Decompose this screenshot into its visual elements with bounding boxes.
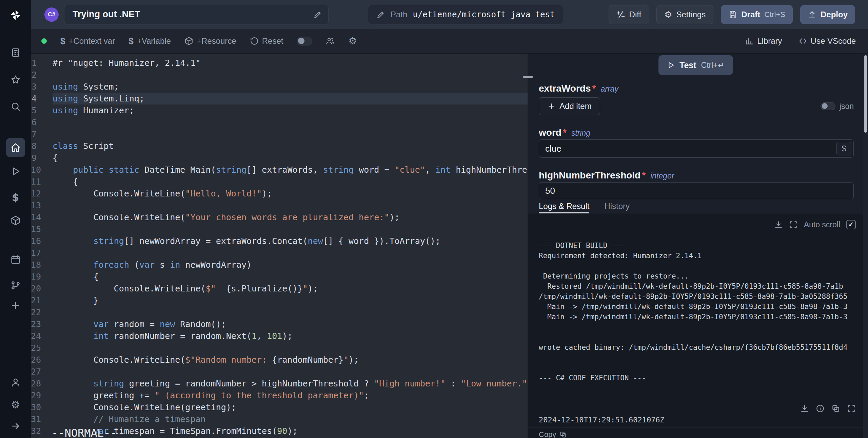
code-line[interactable]: 29 greeting += " (according to the thres… [31, 389, 528, 401]
auto-scroll-checkbox[interactable]: ✓ [846, 220, 856, 229]
code-lines: 1#r "nuget: Humanizer, 2.14.1"23using Sy… [31, 57, 528, 437]
multiplayer-users-icon[interactable] [326, 37, 335, 45]
settings-label: Settings [676, 10, 706, 19]
variables-dollar-icon[interactable]: $ [6, 192, 25, 203]
code-line[interactable]: 17 [31, 247, 528, 259]
dollar-icon: $ [60, 36, 65, 46]
edit-title-pencil-icon[interactable] [313, 10, 322, 19]
flows-branch-icon[interactable] [6, 280, 25, 291]
play-icon [667, 61, 675, 69]
favorites-star-icon[interactable] [6, 74, 25, 85]
code-editor[interactable]: 1#r "nuget: Humanizer, 2.14.1"23using Sy… [31, 54, 528, 438]
code-line[interactable]: 19 { [31, 271, 528, 283]
threshold-input-wrapper [539, 182, 854, 199]
scrollbar-thumb[interactable] [864, 55, 867, 133]
editor-settings-gear-icon[interactable]: ⚙ [348, 36, 357, 46]
collapse-arrow-icon[interactable] [6, 420, 25, 432]
word-input[interactable] [539, 144, 853, 154]
log-line: /tmp/windmill/wk-default-89p2b-I0Y5P/019… [539, 291, 863, 302]
insert-variable-dollar-button[interactable]: $ [836, 142, 851, 155]
add-item-button[interactable]: Add item [539, 97, 600, 115]
code-line[interactable]: 16 string[] newWordArray = extraWords.Co… [31, 235, 528, 247]
code-line[interactable]: 4using System.Linq; [31, 93, 528, 104]
add-variable-button[interactable]: $ +Variable [129, 36, 171, 46]
draft-shortcut: Ctrl+S [764, 10, 785, 19]
add-context-var-button[interactable]: $ +Context var [60, 36, 115, 46]
fullscreen-result-icon[interactable] [847, 404, 856, 413]
download-result-icon[interactable] [800, 404, 809, 413]
settings-gear-icon[interactable]: ⚙ [6, 399, 25, 411]
windmill-logo-icon[interactable] [8, 7, 23, 22]
code-line[interactable]: 28 string greeting = randomNumber > high… [31, 378, 528, 389]
script-path-chip[interactable]: Path u/etienne/microsoft_java_test [368, 5, 563, 24]
expand-logs-icon[interactable] [789, 220, 798, 229]
auto-scroll-label: Auto scroll [804, 220, 840, 230]
code-line[interactable]: 18 foreach (var s in newWordArray) [31, 259, 528, 271]
info-icon[interactable] [816, 404, 825, 413]
code-line[interactable]: 20 Console.WriteLine($" {s.Pluralize()}"… [31, 283, 528, 294]
code-line[interactable]: 30 Console.WriteLine(greeting); [31, 401, 528, 413]
code-line[interactable]: 2 [31, 69, 528, 81]
use-vscode-button[interactable]: Use VScode [798, 36, 856, 46]
diff-button[interactable]: Diff [609, 5, 649, 24]
resources-package-icon[interactable] [6, 215, 25, 226]
settings-button[interactable]: ⚙ Settings [656, 5, 713, 24]
code-line[interactable]: 5using Humanizer; [31, 104, 528, 116]
code-line[interactable]: 27 [31, 366, 528, 378]
tab-history[interactable]: History [604, 199, 630, 213]
library-button[interactable]: Library [745, 36, 782, 46]
code-line[interactable]: 7 [31, 128, 528, 140]
logs-output[interactable]: --- DOTNET BUILD ---Requirement detected… [528, 213, 863, 399]
code-line[interactable]: 26 Console.WriteLine($"Random number: {r… [31, 354, 528, 366]
code-line[interactable]: 23 var random = new Random(); [31, 318, 528, 330]
code-line[interactable]: 11 { [31, 176, 528, 188]
script-title-box[interactable]: Trying out .NET [64, 5, 329, 24]
code-line[interactable]: 15 [31, 223, 528, 235]
log-line [539, 393, 863, 399]
result-tabs: Logs & Result History [528, 199, 863, 213]
code-line[interactable]: 24 int randomNumber = random.Next(1, 101… [31, 330, 528, 342]
draft-button[interactable]: Draft Ctrl+S [721, 5, 793, 24]
resize-handle[interactable] [523, 76, 533, 78]
search-icon[interactable] [6, 101, 25, 112]
json-toggle[interactable] [821, 102, 835, 110]
runs-play-icon[interactable] [6, 166, 25, 177]
word-input-wrapper: $ [539, 139, 854, 158]
add-resource-button[interactable]: +Resource [184, 36, 236, 46]
code-line[interactable]: 9{ [31, 152, 528, 164]
test-button[interactable]: Test Ctrl+↵ [658, 55, 733, 75]
tab-logs-result[interactable]: Logs & Result [539, 199, 589, 213]
apps-icon[interactable] [6, 47, 25, 58]
arg-threshold-label: highNumberThreshold * integer [539, 170, 854, 180]
code-line[interactable]: 14 Console.WriteLine("Your chosen words … [31, 211, 528, 223]
code-line[interactable]: 6 [31, 116, 528, 128]
windmill-app: $ ⚙ C# Trying [0, 0, 868, 438]
log-line: --- C# CODE EXECUTION --- [539, 373, 863, 383]
code-line[interactable]: 31 // Humanize a timespan [31, 413, 528, 425]
code-line[interactable]: 8class Script [31, 140, 528, 152]
download-logs-icon[interactable] [774, 220, 783, 229]
copy-result-icon[interactable] [831, 404, 840, 413]
page-scrollbar[interactable] [863, 54, 868, 438]
page-title: Trying out .NET [73, 9, 313, 20]
schedules-calendar-icon[interactable] [6, 254, 25, 265]
reset-button[interactable]: Reset [250, 36, 283, 46]
code-line[interactable]: 22 [31, 306, 528, 318]
code-line[interactable]: 21 } [31, 294, 528, 306]
code-line[interactable]: 1#r "nuget: Humanizer, 2.14.1" [31, 57, 528, 69]
threshold-input[interactable] [539, 186, 853, 196]
code-line[interactable]: 13 [31, 199, 528, 211]
multiplayer-toggle[interactable] [297, 37, 312, 45]
gear-icon: ⚙ [664, 10, 672, 19]
code-line[interactable]: 12 Console.WriteLine("Hello, World!"); [31, 188, 528, 199]
code-line[interactable]: 25 [31, 342, 528, 354]
home-icon[interactable] [6, 138, 25, 157]
more-plus-icon[interactable] [6, 300, 25, 311]
copy-row[interactable]: Copy [528, 427, 863, 438]
deploy-label: Deploy [821, 10, 848, 19]
code-line[interactable]: 10 public static DateTime Main(string[] … [31, 164, 528, 176]
log-line [539, 353, 863, 363]
code-line[interactable]: 3using System; [31, 81, 528, 93]
deploy-button[interactable]: Deploy [800, 5, 855, 24]
user-icon[interactable] [6, 377, 25, 388]
